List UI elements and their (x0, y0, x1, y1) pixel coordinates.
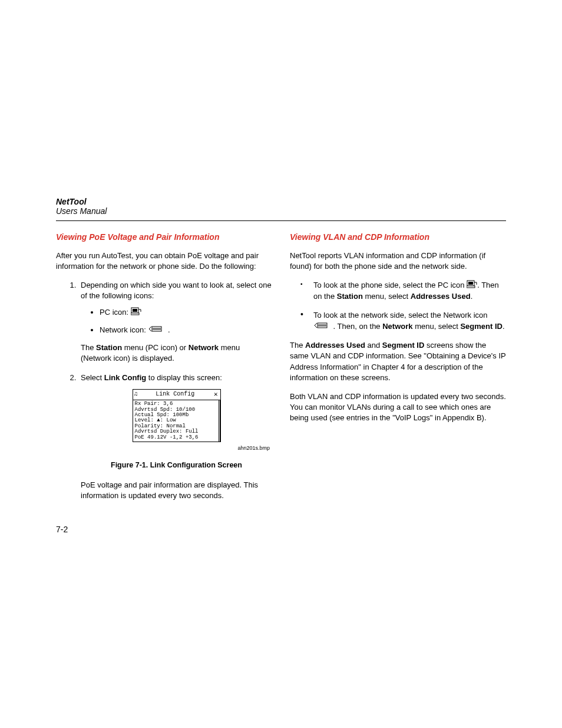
bold-addresses-used-2: Addresses Used (305, 341, 365, 350)
right-para-3: Both VLAN and CDP information is updated… (290, 391, 506, 424)
network-icon (313, 321, 331, 332)
network-icon (148, 325, 166, 335)
bold-addresses-used: Addresses Used (411, 292, 471, 301)
pc-icon (131, 307, 141, 318)
left-outro: PoE voltage and pair information are dis… (81, 480, 272, 501)
step-1: Depending on which side you want to look… (78, 280, 272, 364)
svg-rect-13 (467, 286, 475, 288)
bmp-filename: ahn201s.bmp (81, 444, 272, 452)
right-bullet-1: To look at the phone side, select the PC… (300, 280, 506, 302)
header-divider (56, 220, 506, 221)
bold-linkconfig: Link Config (104, 373, 147, 382)
page-header: NetTool Users Manual (56, 197, 506, 216)
icon-list: PC icon: Network ico (81, 307, 272, 335)
doc-subtitle: Users Manual (56, 206, 506, 216)
network-icon-item: Network icon: (100, 325, 272, 336)
left-intro: After you run AutoTest, you can obtain P… (56, 251, 272, 272)
screenshot-body: Rx Pair: 3,6 Advrtsd Spd: 10/100 Actual … (133, 400, 220, 442)
s1a-pre: The (81, 343, 96, 352)
s2-pre: Select (81, 373, 104, 382)
rb1-pre: To look at the phone side, select the PC… (313, 281, 467, 289)
rp2-mid1: and (365, 341, 382, 350)
rb2-period: . (503, 322, 505, 331)
step-1-after: The Station menu (PC icon) or Network me… (81, 342, 272, 364)
content-columns: Viewing PoE Voltage and Pair Information… (56, 232, 506, 510)
screenshot-title-text: Link Config (138, 390, 213, 398)
left-heading: Viewing PoE Voltage and Pair Information (56, 232, 272, 243)
left-column: Viewing PoE Voltage and Pair Information… (56, 232, 272, 510)
link-config-screenshot: ♫ Link Config ✕ Rx Pair: 3,6 Advrtsd Spd… (133, 389, 221, 442)
right-intro: NetTool reports VLAN information and CDP… (290, 251, 506, 272)
svg-rect-2 (131, 313, 139, 315)
page-number: 7-2 (56, 525, 68, 534)
s2-post: to display this screen: (146, 373, 222, 382)
step-2: Select Link Config to display this scree… (78, 373, 272, 502)
network-icon-label: Network icon: (100, 325, 146, 334)
svg-rect-1 (133, 309, 137, 312)
pc-icon-label: PC icon: (100, 308, 128, 317)
right-para-2: The Addresses Used and Segment ID screen… (290, 340, 506, 383)
svg-rect-12 (468, 282, 473, 285)
bold-network: Network (189, 343, 219, 352)
bold-segment-id: Segment ID (460, 322, 503, 331)
bold-segment-id-2: Segment ID (382, 341, 425, 350)
bold-station-r: Station (337, 292, 363, 301)
screenshot-titlebar: ♫ Link Config ✕ (133, 390, 220, 400)
right-bullet-2: To look at the network side, select the … (300, 310, 506, 332)
rb2-pre: To look at the network side, select the … (313, 311, 488, 319)
pc-icon (467, 280, 477, 291)
screenshot-container: ♫ Link Config ✕ Rx Pair: 3,6 Advrtsd Spd… (81, 389, 272, 442)
bold-station: Station (96, 343, 122, 352)
right-column: Viewing VLAN and CDP Information NetTool… (290, 232, 506, 510)
close-icon: ✕ (213, 390, 219, 399)
right-bullet-list: To look at the phone side, select the PC… (290, 280, 506, 332)
step-1-text: Depending on which side you want to look… (81, 280, 272, 301)
product-title: NetTool (56, 197, 506, 206)
figure-caption: Figure 7-1. Link Configuration Screen (81, 460, 272, 471)
s1a-mid: menu (PC icon) or (122, 343, 189, 352)
bold-network-r: Network (382, 322, 412, 331)
pc-icon-item: PC icon: (100, 307, 272, 318)
rb1-period: . (471, 292, 473, 301)
rb2-mid2: menu, select (413, 322, 461, 331)
rp2-pre: The (290, 341, 305, 350)
right-heading: Viewing VLAN and CDP Information (290, 232, 506, 243)
rb1-mid2: menu, select (363, 292, 411, 301)
rb2-mid: . Then, on the (331, 322, 382, 331)
steps-list: Depending on which side you want to look… (56, 280, 272, 502)
